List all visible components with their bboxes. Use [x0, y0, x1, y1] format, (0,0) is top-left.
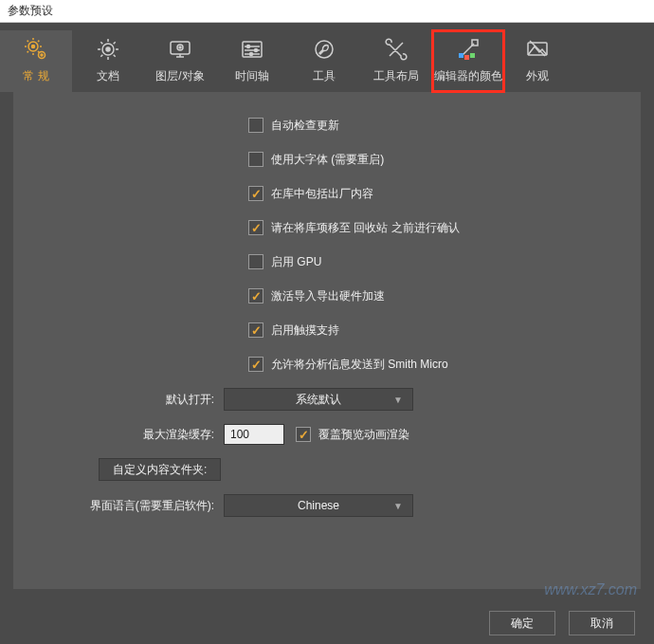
tab-label: 常 规: [23, 68, 48, 84]
enable-gpu-checkbox[interactable]: [248, 254, 263, 269]
override-preview-checkbox[interactable]: [296, 427, 311, 442]
checkbox-row: 在库中包括出厂内容: [42, 183, 612, 204]
checkbox-row: 激活导入导出硬件加速: [42, 285, 612, 306]
include-factory-checkbox[interactable]: [248, 186, 263, 201]
button-label: 确定: [511, 616, 534, 630]
tools-cross-icon: [383, 36, 409, 63]
chevron-down-icon: ▼: [393, 395, 403, 405]
sliders-icon: [239, 36, 265, 63]
tab-tools[interactable]: 工具: [288, 30, 360, 92]
checkbox-row: 启用 GPU: [42, 251, 612, 272]
checkbox-label: 覆盖预览动画渲染: [318, 427, 409, 443]
svg-rect-19: [464, 55, 469, 60]
svg-point-1: [32, 46, 35, 48]
tab-layers[interactable]: 图层/对象: [144, 30, 216, 92]
checkbox-label: 启用 GPU: [271, 254, 321, 270]
tab-label: 文档: [97, 68, 119, 84]
svg-point-11: [247, 46, 250, 48]
large-font-checkbox[interactable]: [248, 152, 263, 167]
svg-point-15: [250, 53, 253, 56]
window-titlebar: 参数预设: [0, 0, 654, 23]
default-open-dropdown[interactable]: 系统默认 ▼: [224, 388, 413, 411]
checkbox-label: 自动检查更新: [271, 118, 339, 134]
dialog-footer: 确定 取消: [0, 602, 654, 644]
analytics-checkbox[interactable]: [248, 357, 263, 372]
svg-point-8: [179, 46, 181, 48]
checkbox-label: 请在将库项移至 回收站 之前进行确认: [271, 220, 460, 236]
svg-point-3: [41, 54, 43, 56]
custom-folder-row: 自定义内容文件夹:: [42, 458, 612, 481]
tab-label: 外观: [526, 68, 549, 84]
checkbox-row: 允许将分析信息发送到 Smith Micro: [42, 354, 612, 375]
checkbox-label: 在库中包括出厂内容: [271, 186, 373, 202]
tab-tool-layout[interactable]: 工具布局: [360, 30, 432, 92]
tab-appearance[interactable]: 外观: [504, 30, 571, 92]
tab-general[interactable]: 常 规: [0, 30, 72, 92]
svg-point-5: [106, 47, 110, 51]
tab-label: 工具布局: [373, 68, 419, 84]
checkbox-row: 请在将库项移至 回收站 之前进行确认: [42, 217, 612, 238]
checkbox-row: 使用大字体 (需要重启): [42, 149, 612, 170]
auto-update-checkbox[interactable]: [248, 118, 263, 133]
tab-label: 工具: [313, 68, 336, 84]
checkbox-label: 允许将分析信息发送到 Smith Micro: [271, 357, 448, 373]
checkbox-label: 使用大字体 (需要重启): [271, 152, 384, 168]
checkbox-label: 启用触摸支持: [271, 322, 339, 339]
default-open-row: 默认打开: 系统默认 ▼: [42, 388, 612, 411]
checkbox-label: 激活导入导出硬件加速: [271, 288, 385, 304]
ui-language-dropdown[interactable]: Chinese ▼: [224, 494, 413, 517]
button-label: 取消: [590, 616, 613, 630]
svg-point-16: [316, 41, 333, 58]
dropdown-value: 系统默认: [296, 392, 341, 408]
checkbox-row: 自动检查更新: [42, 115, 612, 136]
field-label: 最大渲染缓存:: [42, 427, 224, 443]
window-title: 参数预设: [8, 4, 53, 17]
settings-panel: 自动检查更新 使用大字体 (需要重启) 在库中包括出厂内容 请在将库项移至 回收…: [13, 92, 641, 589]
gears-icon: [23, 36, 49, 63]
svg-rect-20: [470, 53, 475, 58]
chevron-down-icon: ▼: [393, 501, 403, 511]
svg-rect-18: [459, 53, 463, 58]
appearance-icon: [524, 36, 551, 63]
button-label: 自定义内容文件夹:: [113, 462, 207, 478]
field-label: 默认打开:: [42, 392, 224, 408]
tab-label: 图层/对象: [155, 68, 204, 84]
touch-support-checkbox[interactable]: [248, 322, 263, 338]
field-label: 界面语言(需要重启软件):: [42, 498, 224, 514]
confirm-trash-checkbox[interactable]: [248, 220, 263, 235]
tab-label: 编辑器的颜色: [434, 68, 502, 84]
svg-point-13: [255, 49, 258, 52]
ui-lang-row: 界面语言(需要重启软件): Chinese ▼: [42, 494, 612, 517]
preferences-dialog: 参数预设 常 规 文档 图层/对象: [0, 0, 654, 644]
ok-button[interactable]: 确定: [489, 611, 555, 635]
tab-label: 时间轴: [235, 68, 269, 84]
cancel-button[interactable]: 取消: [569, 611, 635, 635]
max-cache-row: 最大渲染缓存: 覆盖预览动画渲染: [42, 424, 612, 445]
tab-document[interactable]: 文档: [72, 30, 144, 92]
tab-bar: 常 规 文档 图层/对象 时间轴: [0, 23, 654, 92]
tab-timeline[interactable]: 时间轴: [216, 30, 288, 92]
gear-icon: [95, 36, 121, 63]
hw-accel-checkbox[interactable]: [248, 288, 263, 304]
dialog-content: 常 规 文档 图层/对象 时间轴: [0, 23, 654, 644]
tab-editor-colors[interactable]: 编辑器的颜色: [432, 30, 504, 92]
palette-icon: [455, 36, 481, 63]
wrench-icon: [311, 36, 337, 63]
monitor-icon: [167, 36, 193, 63]
custom-content-folder-button[interactable]: 自定义内容文件夹:: [99, 458, 221, 481]
dropdown-value: Chinese: [298, 499, 339, 512]
checkbox-row: 启用触摸支持: [42, 320, 612, 340]
max-cache-input[interactable]: [224, 424, 284, 445]
